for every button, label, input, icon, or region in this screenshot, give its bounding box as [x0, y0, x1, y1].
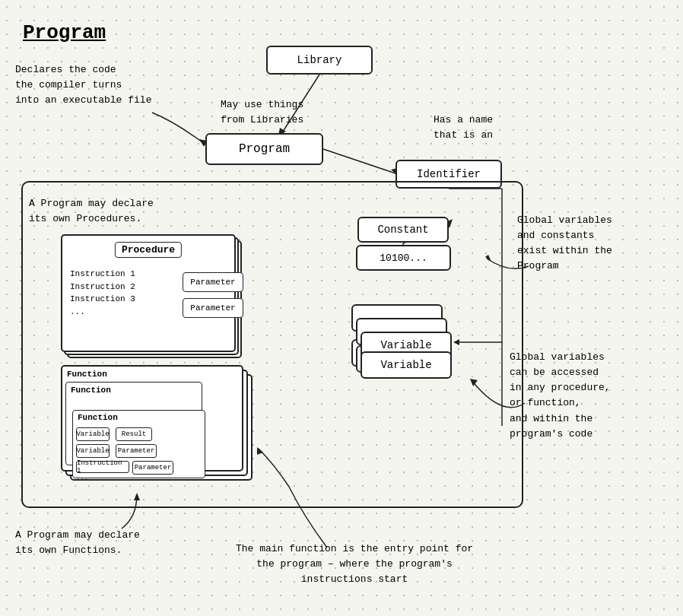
procedure-title: Procedure	[115, 242, 182, 258]
function-label2: Function	[71, 386, 111, 395]
function-label1: Function	[67, 370, 107, 379]
program-box: Program	[205, 133, 323, 165]
program-procedures-annotation: A Program may declare its own Procedures…	[29, 196, 154, 227]
parameter1-box: Parameter	[183, 272, 243, 292]
global-access-annotation: Global variables can be accessed in any …	[510, 350, 611, 442]
has-name-annotation: Has a name that is an	[434, 113, 493, 143]
parameter2-box: Parameter	[183, 298, 243, 318]
program-functions-annotation: A Program may declare its own Functions.	[15, 528, 140, 558]
mini-param2: Parameter	[132, 461, 173, 475]
may-use-annotation: May use things from Libraries	[221, 97, 303, 128]
global-vars-annotation: Global variables and constants exist wit…	[517, 213, 612, 275]
function-label3: Function	[78, 413, 118, 422]
declares-annotation: Declares the code the compiler turns int…	[15, 62, 151, 108]
page: Program	[0, 0, 683, 616]
mini-var1: Variable	[76, 427, 110, 441]
mini-var2: Variable	[76, 444, 110, 458]
mini-instruction: Instruction 1	[76, 461, 129, 473]
variable2-box-front: Variable	[361, 351, 452, 379]
proc-instructions: Instruction 1 Instruction 2 Instruction …	[70, 268, 135, 318]
func-main: Function Function Function Variable Vari…	[61, 365, 243, 472]
mini-result: Result	[116, 427, 152, 441]
main-function-annotation: The main function is the entry point for…	[236, 541, 473, 587]
mini-dots: ...	[76, 475, 88, 482]
library-box: Library	[266, 46, 373, 75]
proc-main: Procedure Instruction 1 Instruction 2 In…	[61, 234, 236, 352]
mini-param1: Parameter	[116, 444, 157, 458]
svg-line-2	[323, 149, 396, 173]
func-inner2: Function Variable Variable Result Parame…	[72, 410, 205, 478]
page-title: Program	[23, 21, 106, 44]
func-inner1: Function Function Variable Variable Resu…	[65, 382, 202, 465]
